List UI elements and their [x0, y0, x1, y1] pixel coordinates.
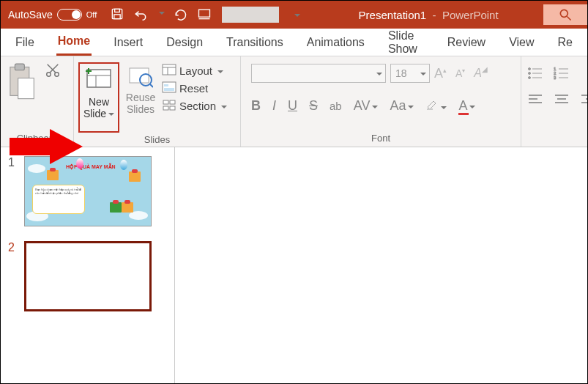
tab-view[interactable]: View [507, 30, 535, 55]
svg-point-32 [529, 68, 531, 70]
font-color-button[interactable]: A [458, 98, 475, 114]
save-icon[interactable] [110, 7, 124, 23]
group-font: 18 A▴ A▾ A◢ B I U S ab AV Aa A Font [241, 56, 521, 147]
svg-rect-18 [130, 68, 149, 83]
svg-line-6 [567, 17, 571, 21]
layout-button[interactable]: Layout [162, 64, 227, 77]
slide1-title: HỘP QUÀ MAY MẮN [66, 164, 116, 170]
slide-number-2: 2 [8, 241, 18, 254]
tab-file[interactable]: File [14, 30, 36, 55]
svg-line-20 [150, 84, 153, 87]
callout-arrow-icon [10, 128, 83, 165]
svg-rect-31 [427, 108, 433, 110]
slide-canvas-area[interactable] [175, 147, 587, 383]
group-paragraph: 123 [521, 56, 587, 147]
font-name-combo[interactable] [251, 64, 386, 83]
account-box[interactable] [222, 7, 279, 23]
new-slide-l2: Slide [83, 108, 114, 119]
font-label: Font [245, 131, 516, 145]
svg-rect-9 [15, 64, 24, 70]
align-right-icon[interactable] [580, 93, 588, 109]
svg-point-34 [529, 73, 531, 75]
underline-button[interactable]: U [288, 98, 297, 114]
slide-thumbnail-1[interactable]: HỘP QUÀ MAY MẮN Bạn hãy chọn một hộp quà… [24, 156, 152, 226]
svg-rect-30 [170, 106, 175, 110]
svg-text:3: 3 [554, 75, 557, 80]
reuse-l2: Slides [127, 103, 155, 115]
svg-point-12 [55, 73, 59, 77]
ribbon: Clipboard New Slide Reuse Slides Layout [1, 56, 587, 147]
svg-rect-1 [115, 9, 120, 12]
autosave-label: AutoSave [8, 9, 53, 21]
autosave-state: Off [86, 10, 97, 19]
slide-thumbnails-panel: 1 HỘP QUÀ MAY MẮN Bạn hãy chọn một hộp q… [1, 147, 175, 383]
align-center-icon[interactable] [554, 93, 570, 109]
ribbon-tabs: File Home Insert Design Transitions Anim… [1, 29, 587, 56]
char-spacing-button[interactable]: AV [354, 98, 379, 114]
paste-icon[interactable] [5, 62, 37, 105]
svg-rect-10 [18, 78, 34, 99]
font-size-combo[interactable]: 18 [390, 64, 430, 83]
svg-rect-21 [163, 64, 176, 75]
reuse-l1: Reuse [126, 92, 155, 103]
tab-record[interactable]: Re [557, 30, 574, 55]
svg-rect-26 [164, 88, 174, 91]
svg-rect-25 [164, 84, 168, 86]
tab-animations[interactable]: Animations [305, 30, 366, 55]
reuse-slides-button[interactable]: Reuse Slides [122, 62, 159, 115]
search-button[interactable] [543, 4, 587, 25]
slide1-textbox: Bạn hãy chọn một hộp quà và trả lời câu … [32, 185, 85, 214]
slide-entry-2[interactable]: 2 [8, 241, 167, 311]
svg-rect-15 [87, 70, 111, 87]
tab-slideshow[interactable]: Slide Show [387, 23, 425, 62]
section-button[interactable]: Section [162, 99, 227, 112]
autosave-toggle[interactable]: AutoSave Off [1, 9, 104, 21]
svg-rect-29 [163, 106, 168, 110]
svg-rect-28 [170, 100, 175, 104]
highlight-button[interactable] [425, 97, 447, 114]
current-slide[interactable] [191, 155, 572, 375]
start-from-beginning-icon[interactable] [197, 7, 212, 23]
redo-icon[interactable] [174, 7, 188, 23]
svg-rect-27 [163, 100, 168, 104]
undo-icon[interactable] [133, 7, 148, 23]
svg-rect-2 [114, 14, 120, 18]
clear-formatting-icon[interactable]: A◢ [474, 67, 482, 80]
bullets-icon[interactable] [527, 67, 543, 83]
new-slide-button[interactable]: New Slide [78, 62, 119, 133]
shrink-font-icon[interactable]: A▾ [455, 67, 465, 79]
grow-font-icon[interactable]: A▴ [434, 66, 447, 81]
tab-transitions[interactable]: Transitions [225, 30, 285, 55]
undo-dropdown-icon[interactable] [157, 7, 165, 23]
tab-home[interactable]: Home [56, 29, 92, 56]
workspace: 1 HỘP QUÀ MAY MẮN Bạn hãy chọn một hộp q… [1, 147, 587, 383]
svg-point-5 [560, 10, 567, 17]
slide-entry-1[interactable]: 1 HỘP QUÀ MAY MẮN Bạn hãy chọn một hộp q… [8, 156, 167, 226]
shadow-button[interactable]: ab [330, 100, 342, 112]
change-case-button[interactable]: Aa [390, 98, 414, 114]
strike-button[interactable]: S [309, 98, 318, 114]
qat-customize-icon[interactable] [292, 9, 300, 21]
svg-rect-3 [199, 10, 210, 17]
slides-label: Slides [78, 133, 236, 147]
title-bar: AutoSave Off Presentation1 - PowerPoint [1, 1, 587, 29]
app-title: PowerPoint [442, 9, 499, 21]
tab-review[interactable]: Review [446, 30, 487, 55]
cut-icon[interactable] [40, 62, 61, 81]
new-slide-l1: New [89, 96, 109, 108]
toggle-switch[interactable] [57, 9, 82, 21]
tab-insert[interactable]: Insert [112, 30, 144, 55]
numbering-icon[interactable]: 123 [554, 67, 570, 83]
reset-button[interactable]: Reset [162, 81, 227, 95]
group-slides: New Slide Reuse Slides Layout Reset [74, 56, 241, 147]
align-left-icon[interactable] [527, 93, 543, 109]
slide-thumbnail-2[interactable] [24, 241, 152, 311]
italic-button[interactable]: I [272, 98, 276, 114]
tab-design[interactable]: Design [165, 30, 204, 55]
svg-point-11 [47, 73, 51, 77]
svg-point-36 [529, 77, 531, 79]
bold-button[interactable]: B [251, 98, 261, 114]
doc-title: Presentation1 [359, 9, 427, 21]
svg-marker-7 [10, 129, 83, 164]
